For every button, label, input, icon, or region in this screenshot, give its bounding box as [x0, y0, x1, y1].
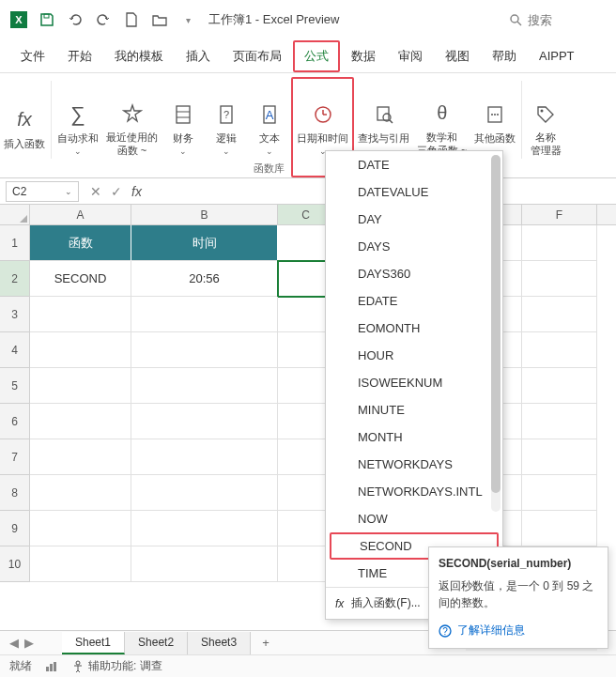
new-file-button[interactable]	[118, 7, 145, 33]
row-header[interactable]: 3	[0, 297, 30, 332]
ribbon-tab-3[interactable]: 插入	[175, 40, 222, 72]
dropdown-item[interactable]: DAY	[326, 206, 502, 233]
cell[interactable]	[131, 511, 278, 546]
column-header[interactable]: F	[522, 205, 597, 224]
cell[interactable]	[30, 368, 131, 404]
column-header[interactable]: B	[131, 205, 278, 224]
cell[interactable]	[131, 404, 278, 439]
row-header[interactable]: 7	[0, 439, 30, 475]
cell[interactable]	[522, 297, 597, 332]
dropdown-item[interactable]: EOMONTH	[326, 315, 502, 342]
row-header[interactable]: 4	[0, 332, 30, 368]
open-button[interactable]	[146, 7, 173, 33]
cell[interactable]	[522, 261, 597, 297]
column-header[interactable]: A	[30, 205, 131, 224]
cell[interactable]	[131, 439, 278, 475]
dropdown-item[interactable]: NOW	[326, 505, 502, 532]
qat-customize[interactable]: ▾	[175, 7, 201, 33]
cell[interactable]	[30, 511, 131, 546]
cell[interactable]	[522, 368, 597, 404]
cancel-icon[interactable]: ✕	[90, 184, 101, 199]
cell[interactable]: 时间	[131, 225, 278, 261]
ribbon-tab-1[interactable]: 开始	[56, 40, 103, 72]
row-header[interactable]: 8	[0, 475, 30, 511]
ribbon-tab-6[interactable]: 数据	[340, 40, 387, 72]
ribbon-tabs: 文件开始我的模板插入页面布局公式数据审阅视图帮助AIPPT	[0, 39, 616, 73]
cell[interactable]	[522, 511, 597, 546]
logical-button[interactable]: ? 逻辑 ⌄	[205, 77, 248, 177]
dropdown-item[interactable]: ISOWEEKNUM	[326, 369, 502, 396]
ribbon-tab-10[interactable]: AIPPT	[528, 41, 586, 70]
accessibility-status[interactable]: 辅助功能: 调查	[71, 658, 162, 674]
dropdown-item[interactable]: EDATE	[326, 287, 502, 315]
ribbon-tab-2[interactable]: 我的模板	[103, 40, 175, 72]
dropdown-item[interactable]: MINUTE	[326, 396, 502, 423]
ribbon-tab-5[interactable]: 公式	[293, 40, 340, 72]
cell[interactable]	[30, 297, 131, 332]
cell[interactable]	[522, 404, 597, 439]
chevron-down-icon[interactable]: ⌄	[65, 187, 72, 196]
cell[interactable]	[522, 475, 597, 511]
function-tooltip: SECOND(serial_number) 返回秒数值，是一个 0 到 59 之…	[428, 546, 608, 649]
cell[interactable]	[131, 475, 278, 511]
search-box[interactable]	[501, 9, 610, 31]
sheet-prev-button[interactable]: ◀	[9, 636, 19, 650]
sheet-tab[interactable]: Sheet2	[125, 632, 188, 654]
financial-button[interactable]: 财务 ⌄	[162, 77, 205, 177]
cell[interactable]	[30, 404, 131, 439]
sheet-tab[interactable]: Sheet1	[62, 632, 125, 654]
ribbon-tab-7[interactable]: 审阅	[387, 40, 434, 72]
dropdown-item[interactable]: DATEVALUE	[326, 178, 502, 206]
cell[interactable]	[30, 439, 131, 475]
dropdown-item[interactable]: MONTH	[326, 423, 502, 451]
name-box[interactable]: C2 ⌄	[6, 181, 79, 202]
cell[interactable]: SECOND	[30, 261, 131, 297]
row-header[interactable]: 2	[0, 261, 30, 297]
sheet-tab[interactable]: Sheet3	[188, 632, 251, 654]
recent-functions-button[interactable]: 最近使用的 函数 ~	[102, 77, 162, 177]
ribbon-tab-9[interactable]: 帮助	[481, 40, 528, 72]
cell[interactable]	[131, 368, 278, 404]
cell[interactable]	[30, 546, 131, 582]
ribbon-tab-8[interactable]: 视图	[434, 40, 481, 72]
cell[interactable]	[30, 332, 131, 368]
cell[interactable]	[30, 475, 131, 511]
add-sheet-button[interactable]: +	[251, 632, 281, 654]
enter-icon[interactable]: ✓	[111, 184, 122, 199]
row-header[interactable]: 5	[0, 368, 30, 404]
select-all-corner[interactable]	[0, 205, 30, 224]
dropdown-item[interactable]: DAYS360	[326, 260, 502, 287]
undo-button[interactable]	[62, 7, 88, 33]
stats-icon[interactable]	[45, 661, 58, 672]
dropdown-item[interactable]: DAYS	[326, 233, 502, 260]
scroll-thumb[interactable]	[491, 155, 500, 493]
fx-icon[interactable]: fx	[131, 184, 142, 199]
cell[interactable]	[522, 332, 597, 368]
dropdown-scrollbar[interactable]	[491, 155, 500, 512]
insert-function-button[interactable]: fx 插入函数	[0, 77, 49, 177]
ribbon-tab-4[interactable]: 页面布局	[222, 40, 293, 72]
row-header[interactable]: 1	[0, 225, 30, 261]
name-manager-button[interactable]: 名称 管理器	[524, 77, 567, 177]
row-header[interactable]: 10	[0, 546, 30, 582]
row-header[interactable]: 9	[0, 511, 30, 546]
redo-button[interactable]	[90, 7, 116, 33]
ribbon-tab-0[interactable]: 文件	[9, 40, 56, 72]
cell[interactable]	[131, 332, 278, 368]
save-button[interactable]	[34, 7, 60, 33]
dropdown-item[interactable]: NETWORKDAYS.INTL	[326, 478, 502, 505]
cell[interactable]	[131, 546, 278, 582]
search-input[interactable]	[528, 13, 603, 27]
sheet-next-button[interactable]: ▶	[24, 636, 34, 650]
cell[interactable]	[131, 297, 278, 332]
dropdown-item[interactable]: HOUR	[326, 342, 502, 369]
cell[interactable]	[522, 439, 597, 475]
cell[interactable]	[522, 225, 597, 261]
row-header[interactable]: 6	[0, 404, 30, 439]
cell[interactable]: 函数	[30, 225, 131, 261]
dropdown-item[interactable]: DATE	[326, 151, 502, 178]
dropdown-item[interactable]: NETWORKDAYS	[326, 451, 502, 478]
cell[interactable]: 20:56	[131, 261, 278, 297]
autosum-button[interactable]: ∑ 自动求和 ⌄	[54, 77, 102, 177]
learn-more-link[interactable]: ? 了解详细信息	[439, 623, 598, 639]
